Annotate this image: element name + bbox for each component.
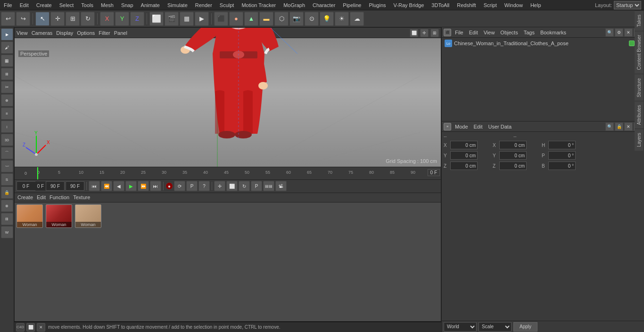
viewport-panel-menu[interactable]: Panel bbox=[114, 30, 127, 36]
viewport[interactable]: View Cameras Display Options Filter Pane… bbox=[14, 27, 441, 322]
fcurve-button[interactable]: P bbox=[251, 181, 262, 191]
coord-sz-input[interactable] bbox=[548, 162, 576, 170]
tool-hair[interactable]: 〰 bbox=[1, 160, 13, 172]
render-button[interactable]: ▶ bbox=[195, 12, 209, 26]
cinema4d-icon[interactable]: C4D bbox=[16, 323, 25, 332]
redo-button[interactable]: ↪ bbox=[16, 12, 30, 26]
menu-mograph[interactable]: MoGraph bbox=[280, 1, 309, 9]
tool-spline[interactable]: ⌒ bbox=[1, 147, 13, 159]
menu-pipeline[interactable]: Pipeline bbox=[339, 1, 365, 9]
tool-subdivide[interactable]: ≡ bbox=[1, 107, 13, 120]
play-backward-button[interactable]: ◀ bbox=[113, 181, 124, 191]
menu-file[interactable]: File bbox=[0, 1, 16, 9]
attr-edit-menu[interactable]: Edit bbox=[472, 124, 485, 130]
light-button[interactable]: 💡 bbox=[320, 12, 334, 26]
structure-tab[interactable]: Structure bbox=[635, 74, 644, 101]
tool-knife[interactable]: ✂ bbox=[1, 81, 13, 93]
coord-sx-input[interactable] bbox=[548, 141, 576, 149]
viewport-cameras-menu[interactable]: Cameras bbox=[32, 30, 53, 36]
menu-simulate[interactable]: Simulate bbox=[164, 1, 191, 9]
attr-close-icon[interactable]: ✕ bbox=[624, 122, 633, 131]
attributes-tab[interactable]: Attributes bbox=[635, 101, 644, 129]
menu-character[interactable]: Character bbox=[309, 1, 339, 9]
menu-plugins[interactable]: Plugins bbox=[365, 1, 389, 9]
obj-dot-visibility[interactable] bbox=[629, 40, 635, 46]
viewport-display-menu[interactable]: Display bbox=[56, 30, 73, 36]
obj-objects-label[interactable]: Objects bbox=[498, 30, 520, 35]
tool-3d[interactable]: 3D bbox=[1, 134, 13, 146]
move-key-button[interactable]: ✛ bbox=[214, 181, 225, 191]
motion-button[interactable]: 📽 bbox=[275, 181, 287, 191]
menu-vray[interactable]: V-Ray Bridge bbox=[390, 1, 428, 9]
menu-help[interactable]: Help bbox=[527, 1, 545, 9]
frame-prev-input[interactable] bbox=[36, 182, 45, 190]
camera-button[interactable]: 📷 bbox=[289, 12, 304, 26]
menu-snap[interactable]: Snap bbox=[117, 1, 137, 9]
tool-texture[interactable]: ▦ bbox=[1, 55, 13, 67]
close-status-icon[interactable]: ✕ bbox=[37, 323, 45, 332]
obj-search-icon[interactable]: 🔍 bbox=[605, 28, 614, 37]
obj-file-menu[interactable]: File bbox=[453, 30, 465, 35]
obj-edit-menu[interactable]: Edit bbox=[467, 30, 480, 35]
tool-weld[interactable]: ⊕ bbox=[1, 94, 13, 106]
content-browser-tab[interactable]: Content Browser bbox=[635, 31, 644, 73]
area-button[interactable]: ☀ bbox=[335, 12, 349, 26]
rotate-key-button[interactable]: ⬜ bbox=[226, 181, 238, 191]
plane-button[interactable]: ▬ bbox=[259, 12, 273, 26]
tool-grid2[interactable]: ▤ bbox=[1, 213, 13, 225]
tool-paint[interactable]: 🖌 bbox=[1, 41, 13, 54]
timeline[interactable]: 0 0 5 10 15 20 25 30 35 40 45 50 55 60 bbox=[15, 167, 441, 180]
menu-window[interactable]: Window bbox=[501, 1, 527, 9]
target-button[interactable]: ⊙ bbox=[305, 12, 319, 26]
attr-mode-menu[interactable]: Mode bbox=[453, 124, 470, 130]
viewport-icon-3[interactable]: ⊞ bbox=[430, 29, 439, 37]
coord-x-rot-input[interactable] bbox=[499, 141, 527, 149]
coord-z-rot-input[interactable] bbox=[499, 162, 527, 170]
material-texture-btn[interactable]: Texture bbox=[73, 194, 90, 200]
tool-snap2[interactable]: 🔒 bbox=[1, 186, 13, 199]
tool-model[interactable]: ▶ bbox=[1, 28, 13, 40]
sky-button[interactable]: ☁ bbox=[350, 12, 364, 26]
attr-user-data-menu[interactable]: User Data bbox=[487, 124, 514, 130]
menu-edit[interactable]: Edit bbox=[16, 1, 33, 9]
end-frame-input2[interactable] bbox=[66, 181, 84, 191]
dope-button[interactable]: ▤▤ bbox=[263, 181, 274, 191]
tool-uv[interactable]: ⊗ bbox=[1, 200, 13, 212]
move-tool-button[interactable]: ✛ bbox=[50, 12, 65, 26]
obj-tags-label[interactable]: Tags bbox=[522, 30, 537, 35]
end-frame-input[interactable] bbox=[46, 181, 65, 191]
tool-magnet[interactable]: ↕ bbox=[1, 121, 13, 133]
coord-x-pos-input[interactable] bbox=[450, 141, 478, 149]
tool-weight[interactable]: W bbox=[1, 226, 13, 238]
x-axis-button[interactable]: X bbox=[100, 12, 114, 26]
menu-tools[interactable]: Tools bbox=[77, 1, 97, 9]
step-back-button[interactable]: ⏪ bbox=[101, 181, 112, 191]
menu-render[interactable]: Render bbox=[191, 1, 216, 9]
obj-settings-icon[interactable]: ⚙ bbox=[615, 28, 623, 37]
scale-key-button[interactable]: ↻ bbox=[239, 181, 250, 191]
menu-sculpt[interactable]: Sculpt bbox=[216, 1, 238, 9]
extrude-button[interactable]: ⬡ bbox=[274, 12, 289, 26]
menu-create[interactable]: Create bbox=[33, 1, 56, 9]
coord-sy-input[interactable] bbox=[548, 151, 576, 160]
undo-button[interactable]: ↩ bbox=[1, 12, 15, 26]
viewport-icon-1[interactable]: ⬜ bbox=[410, 29, 418, 37]
render-region-button[interactable]: ▦ bbox=[180, 12, 194, 26]
viewport-filter-menu[interactable]: Filter bbox=[99, 30, 110, 36]
material-swatch-2[interactable]: Woman bbox=[46, 204, 72, 228]
cube-button[interactable]: ⬛ bbox=[214, 12, 228, 26]
z-axis-button[interactable]: Z bbox=[130, 12, 144, 26]
record-button[interactable]: ● bbox=[165, 182, 173, 190]
attr-lock-icon[interactable]: 🔒 bbox=[615, 122, 623, 131]
attr-search-icon[interactable]: 🔍 bbox=[605, 122, 614, 131]
skip-end-button[interactable]: ⏭ bbox=[150, 181, 161, 191]
object-mode-status-icon[interactable]: ⬜ bbox=[26, 323, 35, 332]
material-swatch-3[interactable]: Woman bbox=[75, 204, 101, 228]
pyramid-button[interactable]: ▲ bbox=[244, 12, 258, 26]
obj-view-menu[interactable]: View bbox=[482, 30, 497, 35]
auto-key-button[interactable]: P bbox=[186, 181, 198, 191]
scale-select[interactable]: Scale bbox=[479, 322, 512, 332]
material-create-btn[interactable]: Create bbox=[17, 194, 33, 200]
play-button[interactable]: ▶ bbox=[125, 181, 137, 191]
tool-selection[interactable]: S bbox=[1, 173, 13, 186]
